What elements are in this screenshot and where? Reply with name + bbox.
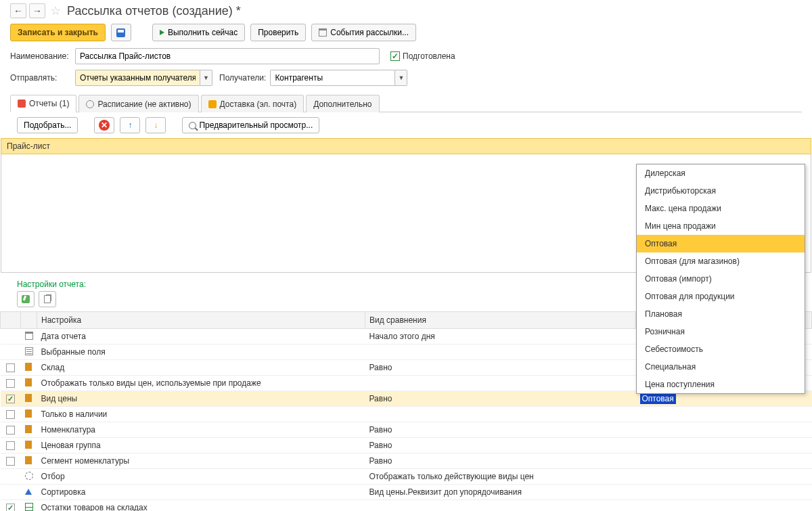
zoom-icon [189, 122, 196, 129]
setting-compare [365, 500, 636, 512]
prepared-checkbox[interactable]: ✓ Подготовлена [390, 51, 455, 61]
row-checkbox[interactable] [6, 426, 15, 435]
dropdown-item[interactable]: Оптовая (для магазинов) [637, 252, 805, 270]
dropdown-item[interactable]: Плановая [637, 305, 805, 323]
check-button[interactable]: Проверить [250, 24, 306, 41]
setting-name: Сегмент номенклатуры [37, 453, 365, 469]
setting-compare [365, 376, 636, 391]
setting-name: Дата отчета [37, 329, 365, 345]
prepared-label: Подготовлена [403, 51, 455, 61]
setting-name: Только в наличии [37, 407, 365, 422]
recipients-select[interactable] [270, 70, 395, 86]
table-row[interactable]: Только в наличии [1, 407, 812, 422]
dropdown-item[interactable]: Дистрибьюторская [637, 182, 805, 200]
setting-name: Остатки товаров на складах [37, 500, 365, 512]
dropdown-item[interactable]: Оптовая [637, 235, 805, 252]
setting-value[interactable] [636, 485, 812, 500]
save-button[interactable] [111, 24, 131, 41]
nav-forward-button[interactable]: → [29, 3, 45, 18]
edit-icon [22, 295, 30, 303]
arrow-down-icon: ↓ [150, 120, 161, 131]
table-row[interactable]: Ценовая группаРавно [1, 438, 812, 453]
events-label: События рассылки... [330, 28, 409, 37]
row-checkbox[interactable]: ✓ [6, 395, 15, 403]
send-caret[interactable]: ▼ [200, 70, 212, 86]
save-close-button[interactable]: Записать и закрыть [10, 24, 106, 41]
setting-value[interactable] [636, 500, 812, 512]
events-button[interactable]: События рассылки... [311, 24, 416, 41]
setting-compare: Равно [365, 438, 636, 453]
copy-setting-button[interactable] [39, 291, 56, 307]
row-checkbox[interactable] [6, 379, 15, 388]
schedule-icon [86, 100, 94, 108]
dropdown-item[interactable]: Розничная [637, 323, 805, 340]
table-row[interactable]: СортировкаВид цены.Реквизит доп упорядоч… [1, 485, 812, 500]
setting-compare [365, 407, 636, 422]
price-type-dropdown: ДилерскаяДистрибьюторскаяМакс. цена прод… [636, 164, 805, 394]
edit-setting-button[interactable] [17, 291, 35, 307]
dropdown-item[interactable]: Мин цена продажи [637, 217, 805, 235]
setting-name: Вид цены [37, 391, 365, 407]
setting-value[interactable] [636, 422, 812, 438]
run-now-button[interactable]: Выполнить сейчас [152, 24, 245, 41]
table-row[interactable]: ОтборОтображать только действующие виды … [1, 469, 812, 485]
preview-label: Предварительный просмотр... [199, 120, 313, 130]
setting-name: Отбор [37, 469, 365, 485]
send-select[interactable] [75, 70, 200, 86]
setting-compare: Вид цены.Реквизит доп упорядочивания [365, 485, 636, 500]
selected-value: Оптовая [640, 393, 676, 404]
table-row[interactable]: ✓Остатки товаров на складах [1, 500, 812, 512]
fil-icon [25, 409, 32, 418]
setting-name: Номенклатура [37, 422, 365, 438]
table-icon [25, 503, 33, 511]
dropdown-item[interactable]: Оптовая для продукции [637, 288, 805, 305]
dropdown-item[interactable]: Макс. цена продажи [637, 200, 805, 217]
list-icon [25, 347, 33, 355]
report-list-header[interactable]: Прайс-лист [1, 138, 811, 154]
setting-compare: Отображать только действующие виды цен [365, 469, 636, 485]
tab-schedule[interactable]: Расписание (не активно) [78, 95, 198, 112]
favorite-icon[interactable]: ☆ [50, 3, 61, 18]
setting-value[interactable] [636, 469, 812, 485]
tab-delivery[interactable]: Доставка (эл. почта) [201, 95, 304, 112]
check-icon: ✓ [390, 51, 400, 61]
row-checkbox[interactable] [6, 457, 15, 466]
setting-compare [365, 345, 636, 360]
setting-name: Отображать только виды цен, используемые… [37, 376, 365, 391]
gear-icon [25, 472, 33, 480]
dropdown-item[interactable]: Цена поступления [637, 376, 805, 393]
setting-compare: Равно [365, 422, 636, 438]
delete-button[interactable]: ✕ [94, 117, 114, 133]
pick-button[interactable]: Подобрать... [17, 117, 78, 133]
dropdown-item[interactable]: Оптовая (импорт) [637, 270, 805, 288]
setting-value[interactable] [636, 438, 812, 453]
recipients-label: Получатели: [219, 73, 266, 83]
page-title: Рассылка отчетов (создание) * [67, 4, 241, 18]
table-row[interactable]: Сегмент номенклатурыРавно [1, 453, 812, 469]
row-checkbox[interactable] [6, 441, 15, 450]
dropdown-item[interactable]: Дилерская [637, 164, 805, 182]
tab-extra[interactable]: Дополнительно [306, 95, 379, 112]
move-down-button[interactable]: ↓ [145, 117, 166, 133]
delete-icon: ✕ [99, 120, 110, 131]
row-checkbox[interactable]: ✓ [6, 504, 15, 512]
send-label: Отправлять: [10, 73, 71, 83]
play-icon [160, 30, 164, 35]
row-checkbox[interactable] [6, 363, 15, 372]
fil-icon [25, 378, 32, 386]
setting-value[interactable] [636, 407, 812, 422]
setting-value[interactable] [636, 453, 812, 469]
setting-name: Ценовая группа [37, 438, 365, 453]
dropdown-item[interactable]: Себестоимость [637, 340, 805, 358]
name-input[interactable] [75, 48, 380, 64]
setting-compare: Начало этого дня [365, 329, 636, 345]
reports-icon [18, 99, 26, 108]
nav-back-button[interactable]: ← [10, 3, 26, 18]
table-row[interactable]: НоменклатураРавно [1, 422, 812, 438]
row-checkbox[interactable] [6, 410, 15, 419]
move-up-button[interactable]: ↑ [120, 117, 140, 133]
preview-button[interactable]: Предварительный просмотр... [182, 117, 319, 133]
tab-reports[interactable]: Отчеты (1) [10, 95, 76, 112]
dropdown-item[interactable]: Специальная [637, 358, 805, 376]
recipients-caret[interactable]: ▼ [395, 70, 407, 86]
